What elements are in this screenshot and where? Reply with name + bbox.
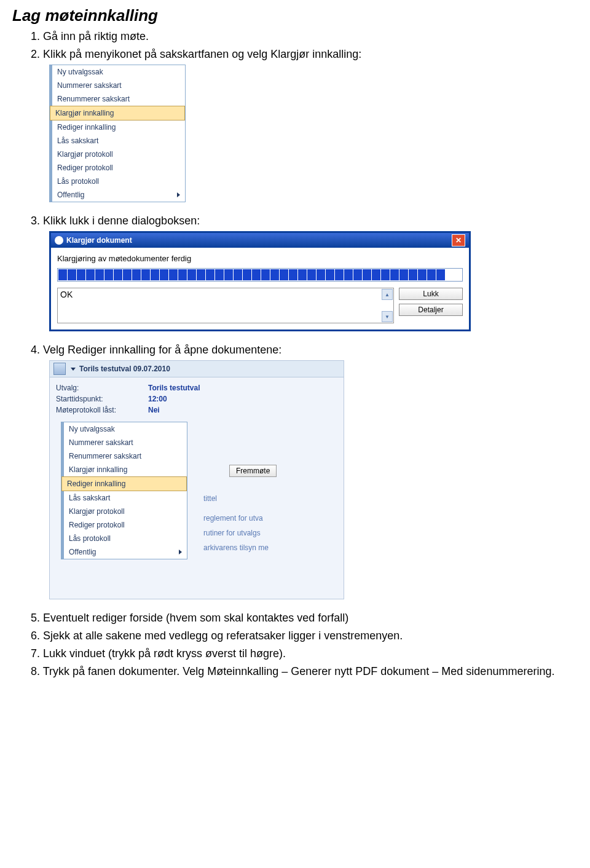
step-1: 1. Gå inn på riktig møte. — [31, 30, 578, 43]
bg-text-rutiner: rutiner for utvalgs — [203, 529, 261, 537]
scroll-down-icon[interactable]: ▼ — [382, 311, 393, 322]
step-5: 5. Eventuelt rediger forside (hvem som s… — [31, 612, 578, 625]
dialog-ok-text: OK — [60, 290, 73, 299]
step-2: 2. Klikk på menyikonet på sakskartfanen … — [31, 48, 578, 61]
dialog-title: Klargjør dokument — [66, 236, 132, 245]
submenu-arrow-icon — [179, 550, 182, 554]
menu2-item-label: Offentlig — [69, 548, 96, 556]
menu-item-renummerer[interactable]: Renummerer sakskart — [50, 92, 185, 106]
menu-item-las-sakskart[interactable]: Lås sakskart — [50, 134, 185, 148]
menu-item-label: Offentlig — [57, 191, 84, 199]
menu-item-nummerer[interactable]: Nummerer sakskart — [50, 79, 185, 92]
step-8: 8. Trykk på fanen dokumenter. Velg Møtei… — [31, 665, 578, 678]
panel-header-title: Torils testutval 09.07.2010 — [79, 365, 170, 373]
menu2-renummerer[interactable]: Renummerer sakskart — [61, 449, 187, 463]
menu-item-klargjor-innkalling[interactable]: Klargjør innkalling — [50, 106, 185, 120]
lock-label: Møteprotokoll låst: — [56, 406, 148, 414]
bg-text-arkivarens: arkivarens tilsyn me — [203, 543, 269, 552]
step-3: 3. Klikk lukk i denne dialogboksen: — [31, 215, 578, 227]
menu2-nummerer[interactable]: Nummerer sakskart — [61, 436, 187, 449]
menu2-ny-utvalgssak[interactable]: Ny utvalgssak — [61, 422, 187, 436]
menu-item-rediger-innkalling[interactable]: Rediger innkalling — [50, 120, 185, 134]
dialog-log-area: OK ▲ ▼ — [57, 288, 394, 323]
menu2-klargjor-protokoll[interactable]: Klargjør protokoll — [61, 505, 187, 518]
step-7: 7. Lukk vinduet (trykk på rødt kryss øve… — [31, 647, 578, 660]
start-value: 12:00 — [148, 395, 167, 403]
menu-item-las-protokoll[interactable]: Lås protokoll — [50, 175, 185, 188]
document-icon[interactable] — [53, 363, 66, 375]
context-menu-1: Ny utvalgssak Nummerer sakskart Renummer… — [49, 65, 186, 202]
bg-text-reglement: reglement for utva — [203, 514, 263, 523]
menu2-klargjor-innkalling[interactable]: Klargjør innkalling — [61, 463, 187, 476]
context-menu-2: Ny utvalgssak Nummerer sakskart Renummer… — [61, 422, 187, 559]
menu2-rediger-innkalling[interactable]: Rediger innkalling — [61, 476, 187, 491]
menu-item-ny-utvalgssak[interactable]: Ny utvalgssak — [50, 65, 185, 79]
dropdown-arrow-icon[interactable] — [71, 368, 76, 371]
fremmote-button[interactable]: Fremmøte — [229, 465, 277, 477]
scroll-up-icon[interactable]: ▲ — [382, 289, 393, 300]
step-4: 4. Velg Rediger innkalling for å åpne do… — [31, 344, 578, 357]
step-6: 6. Sjekk at alle sakene med vedlegg og r… — [31, 629, 578, 642]
panel-header: Torils testutval 09.07.2010 — [49, 360, 344, 377]
lock-value: Nei — [148, 406, 160, 414]
meeting-panel: Torils testutval 09.07.2010 Utvalg: Tori… — [49, 360, 344, 599]
utvalg-label: Utvalg: — [56, 384, 148, 392]
menu2-las-sakskart[interactable]: Lås sakskart — [61, 491, 187, 505]
close-icon[interactable]: ✕ — [452, 234, 465, 247]
dialog-message: Klargjøring av møtedokumenter ferdig — [57, 254, 463, 263]
submenu-arrow-icon — [177, 192, 180, 197]
start-label: Starttidspunkt: — [56, 395, 148, 403]
dialog-klargjor: Klargjør dokument ✕ Klargjøring av møted… — [49, 231, 471, 331]
ie-icon — [55, 236, 63, 245]
menu-item-klargjor-protokoll[interactable]: Klargjør protokoll — [50, 148, 185, 161]
menu2-offentlig[interactable]: Offentlig — [61, 545, 187, 559]
menu2-rediger-protokoll[interactable]: Rediger protokoll — [61, 518, 187, 532]
page-title: Lag møteinnkalling — [12, 6, 578, 25]
close-button[interactable]: Lukk — [399, 288, 463, 300]
menu-item-offentlig[interactable]: Offentlig — [50, 188, 185, 202]
dialog-titlebar: Klargjør dokument ✕ — [51, 233, 469, 248]
utvalg-value: Torils testutval — [148, 384, 200, 392]
details-button[interactable]: Detaljer — [399, 304, 463, 316]
progress-bar — [57, 268, 463, 282]
menu2-las-protokoll[interactable]: Lås protokoll — [61, 532, 187, 545]
menu-item-rediger-protokoll[interactable]: Rediger protokoll — [50, 161, 185, 175]
bg-text-tittel: tittel — [203, 494, 217, 503]
